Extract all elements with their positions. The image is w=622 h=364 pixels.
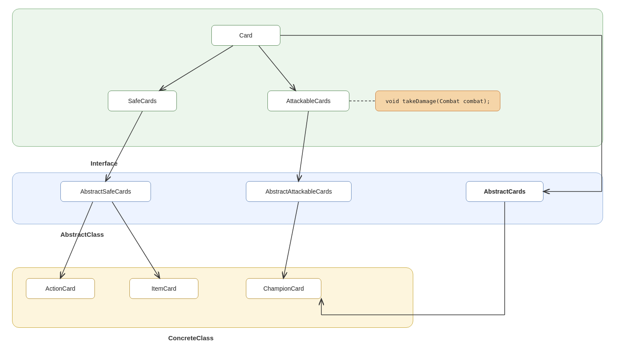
box-itemcard[interactable]: ItemCard: [129, 278, 198, 299]
zone-interface: [12, 9, 603, 147]
label-concreteclass: ConcreteClass: [168, 334, 214, 342]
label-abstractclass: AbstractClass: [60, 231, 104, 238]
box-actioncard[interactable]: ActionCard: [26, 278, 95, 299]
box-abstractcards[interactable]: AbstractCards: [466, 181, 543, 202]
box-abstractattackablecards[interactable]: AbstractAttackableCards: [246, 181, 352, 202]
diagram-container: Interface AbstractClass ConcreteClass Ca…: [0, 0, 622, 364]
label-interface: Interface: [91, 160, 118, 167]
box-championcard[interactable]: ChampionCard: [246, 278, 321, 299]
box-card[interactable]: Card: [211, 25, 280, 46]
box-safecards[interactable]: SafeCards: [108, 91, 177, 111]
box-attackablecards[interactable]: AttackableCards: [267, 91, 349, 111]
box-tooltip: void takeDamage(Combat combat);: [375, 91, 500, 111]
box-abstractsafecards[interactable]: AbstractSafeCards: [60, 181, 151, 202]
